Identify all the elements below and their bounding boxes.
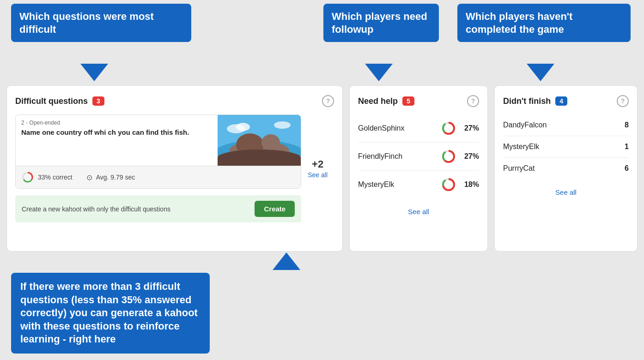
avg-time-stat: ⊙ Avg. 9.79 sec: [86, 173, 135, 182]
player-name: FriendlyFinch: [358, 152, 402, 161]
player-right: 18%: [441, 177, 479, 192]
callout-not-completed: Which players haven't completed the game: [457, 4, 631, 42]
card-title-text-needhelp: Need help: [358, 96, 398, 106]
player-row: PurrryCat 6: [503, 158, 629, 179]
create-bar: Create a new kahoot with only the diffic…: [15, 195, 301, 222]
player-count: 1: [625, 143, 629, 151]
clock-icon: ⊙: [86, 173, 92, 182]
card-title-text-difficult: Difficult questions: [15, 96, 88, 106]
plus-count: +2: [312, 158, 323, 170]
need-help-players-list: GoldenSphinx 27% FriendlyFinch: [358, 114, 479, 198]
card-title-didntfinish: Didn't finish 4: [503, 96, 567, 106]
player-donut-icon: [441, 177, 456, 192]
callout-difficult-questions: Which questions were most difficult: [11, 4, 191, 42]
player-row: DandyFalcon 8: [503, 114, 629, 136]
card-title-difficult: Difficult questions 3: [15, 96, 104, 106]
correct-pct-text: 33% correct: [38, 174, 73, 181]
card-header-difficult: Difficult questions 3 ?: [15, 95, 334, 107]
player-row: FriendlyFinch 27%: [358, 143, 479, 171]
help-icon-needhelp[interactable]: ?: [467, 95, 479, 107]
svg-point-6: [236, 123, 250, 131]
plus-count-area: +2 See all: [301, 114, 334, 222]
player-row: GoldenSphinx 27%: [358, 114, 479, 143]
card-header-didntfinish: Didn't finish 4 ?: [503, 95, 629, 107]
player-count: 6: [625, 164, 629, 173]
player-donut-icon: [441, 149, 456, 164]
question-text: Name one country off whi ch you can find…: [21, 128, 212, 137]
help-icon-difficult[interactable]: ?: [322, 95, 334, 107]
arrow-create-up: [273, 252, 300, 270]
card-title-text-didntfinish: Didn't finish: [503, 96, 551, 106]
didnt-finish-players-list: DandyFalcon 8 MysteryElk 1 PurrryCat 6: [503, 114, 629, 179]
cards-container: Difficult questions 3 ? 2 - Open-ended N…: [6, 85, 638, 252]
see-all-didntfinish[interactable]: See all: [503, 188, 629, 197]
card-title-needhelp: Need help 5: [358, 96, 414, 106]
player-pct: 27%: [461, 152, 479, 161]
player-count: 8: [625, 121, 629, 129]
question-card-top: 2 - Open-ended Name one country off whi …: [16, 115, 301, 166]
question-card-bottom: 33% correct ⊙ Avg. 9.79 sec: [16, 166, 301, 188]
question-label: 2 - Open-ended: [21, 120, 212, 126]
card-header-needhelp: Need help 5 ?: [358, 95, 479, 107]
need-help-card: Need help 5 ? GoldenSphinx 27%: [349, 85, 488, 252]
player-right: 27%: [441, 149, 479, 164]
player-row: MysteryElk 1: [503, 136, 629, 158]
create-bar-text: Create a new kahoot with only the diffic…: [22, 205, 255, 213]
player-name: PurrryCat: [503, 164, 535, 173]
badge-needhelp: 5: [402, 96, 414, 106]
svg-point-4: [261, 134, 280, 151]
player-pct: 27%: [461, 124, 479, 132]
player-name: GoldenSphinx: [358, 124, 405, 132]
question-text-area: 2 - Open-ended Name one country off whi …: [16, 115, 218, 166]
player-name: MysteryElk: [358, 180, 394, 189]
player-name: DandyFalcon: [503, 121, 547, 129]
help-icon-didntfinish[interactable]: ?: [617, 95, 629, 107]
see-all-difficult[interactable]: See all: [308, 171, 328, 179]
difficult-questions-card: Difficult questions 3 ? 2 - Open-ended N…: [6, 85, 343, 252]
didnt-finish-card: Didn't finish 4 ? DandyFalcon 8 MysteryE…: [494, 85, 638, 252]
player-right: 27%: [441, 121, 479, 136]
correct-pct-donut: [21, 171, 34, 184]
create-button[interactable]: Create: [255, 201, 295, 217]
arrow-difficult-down: [80, 64, 108, 81]
svg-point-3: [236, 133, 264, 156]
correct-pct-stat: 33% correct: [21, 171, 73, 184]
question-card-inner: 2 - Open-ended Name one country off whi …: [15, 114, 301, 189]
see-all-needhelp[interactable]: See all: [358, 208, 479, 216]
player-row: MysteryElk 18%: [358, 171, 479, 198]
player-donut-icon: [441, 121, 456, 136]
callout-need-followup: Which players need followup: [323, 4, 439, 42]
badge-difficult: 3: [92, 96, 104, 106]
badge-didntfinish: 4: [555, 96, 567, 106]
callout-create-kahoot: If there were more than 3 difficult ques…: [11, 273, 210, 354]
player-name: MysteryElk: [503, 143, 539, 151]
player-pct: 18%: [461, 180, 479, 189]
arrow-followup-down: [365, 64, 393, 81]
svg-point-7: [274, 121, 291, 129]
arrow-notcompleted-down: [527, 64, 554, 81]
question-image: [218, 115, 301, 166]
avg-time-text: Avg. 9.79 sec: [96, 174, 135, 181]
